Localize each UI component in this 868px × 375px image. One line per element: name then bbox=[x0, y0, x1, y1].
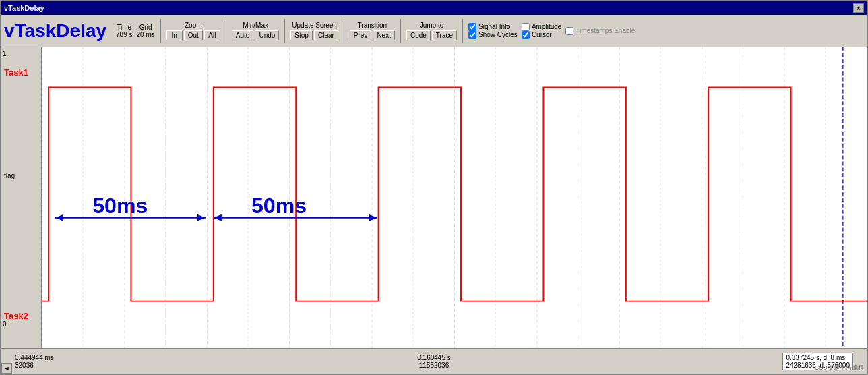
update-screen-group: Update Screen Stop Clear bbox=[290, 22, 338, 40]
signal-info-checkbox[interactable] bbox=[468, 23, 476, 31]
show-cycles-label: Show Cycles bbox=[478, 31, 518, 38]
grid-label: Grid bbox=[140, 24, 152, 31]
svg-text:50ms: 50ms bbox=[251, 194, 307, 218]
waveform-svg: 50ms 50ms bbox=[42, 47, 867, 348]
task1-label: Task1 bbox=[4, 67, 28, 78]
title-bar: vTaskDelay × bbox=[1, 1, 867, 15]
cursor-checkbox[interactable] bbox=[522, 31, 530, 39]
grid-group: Grid 20 ms bbox=[137, 24, 155, 38]
minmax-auto-button[interactable]: Auto bbox=[232, 30, 254, 40]
sep2 bbox=[226, 19, 226, 43]
jump-trace-button[interactable]: Trace bbox=[432, 30, 457, 40]
app-title: vTaskDelay bbox=[4, 20, 106, 42]
timestamps-group: Timestamps Enable bbox=[565, 27, 635, 35]
cursor-label: Cursor bbox=[532, 31, 552, 38]
bottom-center-time: 0.160445 s bbox=[417, 354, 451, 362]
jump-to-group: Jump to Code Trace bbox=[406, 22, 457, 40]
update-clear-button[interactable]: Clear bbox=[314, 30, 338, 40]
transition-group: Transition Prev Next bbox=[350, 22, 395, 40]
timestamps-checkbox[interactable] bbox=[565, 27, 574, 35]
bottom-center-value: 11552036 bbox=[417, 362, 451, 369]
bottom-center-info: 0.160445 s 11552036 bbox=[417, 354, 451, 369]
zoom-in-button[interactable]: In bbox=[166, 30, 183, 40]
signal-labels: 1 Task1 flag Task2 0 bbox=[1, 47, 42, 348]
csdn-label: CSDN @小浩编程 bbox=[815, 364, 864, 372]
toolbar: vTaskDelay Time 789 s Grid 20 ms Zoom In… bbox=[1, 15, 867, 47]
minmax-undo-button[interactable]: Undo bbox=[255, 30, 279, 40]
amplitude-checkbox[interactable] bbox=[522, 23, 530, 31]
time-label: Time bbox=[117, 24, 131, 31]
sep1 bbox=[160, 19, 161, 43]
zoom-out-button[interactable]: Out bbox=[184, 30, 203, 40]
app-window: vTaskDelay × vTaskDelay Time 789 s Grid … bbox=[0, 0, 868, 375]
amplitude-group: Amplitude Cursor bbox=[522, 23, 561, 39]
title-bar-text: vTaskDelay bbox=[4, 4, 44, 12]
minmax-group: Min/Max Auto Undo bbox=[232, 22, 279, 40]
sep6 bbox=[462, 19, 463, 43]
bottom-left-time: 0.444944 ms bbox=[15, 354, 96, 362]
amplitude-label: Amplitude bbox=[532, 23, 561, 30]
flag-label: flag bbox=[4, 172, 15, 179]
main-content: 1 Task1 flag Task2 0 0 bbox=[1, 47, 867, 348]
bottom-right-time: 0.337245 s, d: 8 ms bbox=[786, 354, 850, 362]
waveform-area[interactable]: 0 bbox=[42, 47, 867, 348]
time-value: 789 s bbox=[116, 31, 132, 38]
update-screen-label: Update Screen bbox=[292, 22, 337, 29]
svg-text:50ms: 50ms bbox=[92, 194, 148, 218]
update-stop-button[interactable]: Stop bbox=[290, 30, 313, 40]
bottom-left-info: 0.444944 ms 32036 bbox=[15, 354, 96, 369]
show-cycles-checkbox[interactable] bbox=[468, 31, 476, 39]
jump-to-label: Jump to bbox=[420, 22, 444, 29]
time-group: Time 789 s bbox=[116, 24, 132, 38]
sep3 bbox=[284, 19, 285, 43]
grid-value: 20 ms bbox=[137, 31, 155, 38]
bottom-bar: ◄ 0.444944 ms 32036 0.160445 s 11552036 … bbox=[1, 348, 867, 374]
transition-prev-button[interactable]: Prev bbox=[350, 30, 372, 40]
scroll-left-button[interactable]: ◄ bbox=[1, 363, 12, 374]
timestamps-label: Timestamps Enable bbox=[576, 27, 635, 34]
transition-label: Transition bbox=[358, 22, 388, 29]
y-high-label: 1 bbox=[3, 50, 7, 57]
bottom-left-value: 32036 bbox=[15, 362, 96, 369]
close-button[interactable]: × bbox=[853, 3, 864, 13]
y-low-label: 0 bbox=[3, 320, 7, 328]
zoom-all-button[interactable]: All bbox=[204, 30, 220, 40]
task2-label: Task2 bbox=[4, 311, 28, 321]
sep4 bbox=[344, 19, 344, 43]
minmax-label: Min/Max bbox=[243, 22, 268, 29]
signal-info-group: Signal Info Show Cycles bbox=[468, 23, 518, 39]
zoom-label: Zoom bbox=[185, 22, 202, 29]
zoom-group: Zoom In Out All bbox=[166, 22, 220, 40]
signal-info-label: Signal Info bbox=[478, 23, 510, 30]
sep5 bbox=[400, 19, 401, 43]
jump-code-button[interactable]: Code bbox=[406, 30, 431, 40]
transition-next-button[interactable]: Next bbox=[373, 30, 395, 40]
